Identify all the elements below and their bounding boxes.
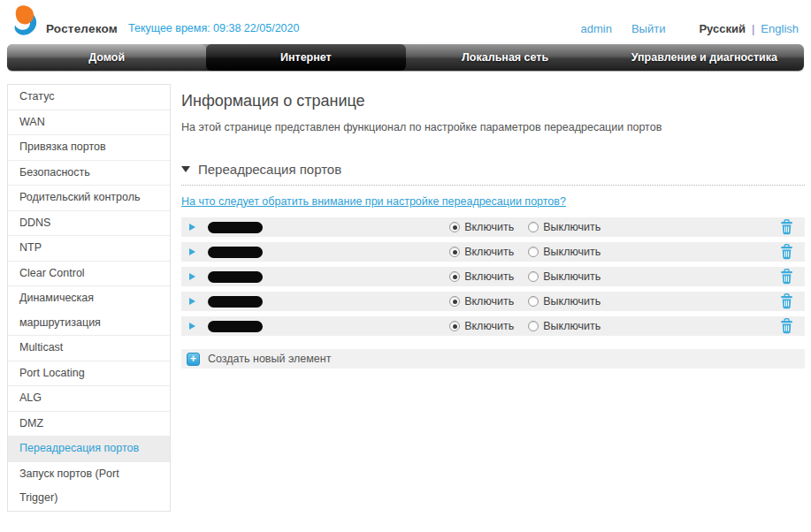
sidebar-item-1[interactable]: WAN xyxy=(8,110,170,136)
enable-radio[interactable] xyxy=(449,222,460,232)
rule-row-3: Включить Выключить xyxy=(181,292,805,311)
plus-icon[interactable]: + xyxy=(187,353,200,366)
logo-text: Ростелеком xyxy=(46,22,118,35)
disable-radio-label: Выключить xyxy=(543,246,601,258)
sidebar-item-11[interactable]: ALG xyxy=(8,386,170,412)
logout-link[interactable]: Выйти xyxy=(631,22,666,35)
enable-radio-label: Включить xyxy=(464,246,514,258)
enable-radio[interactable] xyxy=(449,271,460,282)
sidebar-item-2[interactable]: Привязка портов xyxy=(8,135,170,161)
rule-name-redacted xyxy=(208,321,263,332)
disable-radio[interactable] xyxy=(528,321,539,331)
enable-radio[interactable] xyxy=(449,321,460,331)
rule-state-radio-group: Включить Выключить xyxy=(449,316,615,336)
expand-row-icon[interactable] xyxy=(189,224,195,231)
disable-radio[interactable] xyxy=(528,222,539,232)
delete-rule-button[interactable] xyxy=(779,219,794,235)
enable-radio[interactable] xyxy=(449,296,460,307)
trash-icon xyxy=(779,269,794,285)
enable-radio-label: Включить xyxy=(464,221,514,233)
language-current: Русский xyxy=(699,22,746,35)
disable-radio-label: Выключить xyxy=(543,320,601,332)
rule-row-0: Включить Выключить xyxy=(181,217,805,237)
rule-name-redacted xyxy=(208,247,263,258)
create-new-item-label: Создать новый элемент xyxy=(208,353,331,365)
sidebar-item-7[interactable]: Clear Control xyxy=(8,262,170,287)
section-header-port-forwarding[interactable]: Переадресация портов xyxy=(181,162,805,186)
rule-row-1: Включить Выключить xyxy=(181,242,805,262)
main-content: Информация о странице На этой странице п… xyxy=(181,84,805,369)
expand-row-icon[interactable] xyxy=(189,248,195,255)
disable-radio-label: Выключить xyxy=(543,295,601,308)
sidebar-item-12[interactable]: DMZ xyxy=(8,412,170,437)
trash-icon xyxy=(779,244,794,260)
nav-tab-3[interactable]: Управление и диагностика xyxy=(605,44,804,71)
disable-radio-label: Выключить xyxy=(543,221,601,233)
rule-name-redacted xyxy=(208,271,263,283)
rule-name-redacted xyxy=(208,296,263,308)
rule-row-2: Включить Выключить xyxy=(181,267,805,286)
sidebar-item-0[interactable]: Статус xyxy=(8,85,170,110)
sidebar-item-13[interactable]: Переадресация портов xyxy=(8,437,170,462)
help-link[interactable]: На что следует обратить внимание при нас… xyxy=(181,195,566,208)
sidebar-item-5[interactable]: DDNS xyxy=(8,211,170,237)
expand-row-icon[interactable] xyxy=(189,323,195,330)
delete-rule-button[interactable] xyxy=(779,318,794,334)
collapse-triangle-icon[interactable] xyxy=(181,166,190,172)
sidebar-menu: СтатусWANПривязка портовБезопасностьРоди… xyxy=(7,84,171,512)
sidebar-item-10[interactable]: Port Locating xyxy=(8,361,170,387)
nav-tab-1[interactable]: Интернет xyxy=(206,44,405,71)
sidebar-item-4[interactable]: Родительский контроль xyxy=(8,186,170,211)
sidebar-item-9[interactable]: Multicast xyxy=(8,336,170,361)
delete-rule-button[interactable] xyxy=(779,269,794,285)
rule-name-redacted xyxy=(208,222,263,233)
delete-rule-button[interactable] xyxy=(779,244,794,260)
sidebar-item-3[interactable]: Безопасность xyxy=(8,161,170,186)
rule-state-radio-group: Включить Выключить xyxy=(449,217,615,237)
page-description: На этой странице представлен функционал … xyxy=(181,121,805,133)
rules-list: Включить Выключить xyxy=(181,217,805,336)
language-separator: | xyxy=(752,22,754,35)
sidebar-item-8[interactable]: Динамическая маршрутизация xyxy=(8,286,170,336)
disable-radio[interactable] xyxy=(528,247,539,257)
sidebar-item-14[interactable]: Запуск портов (Port Trigger) xyxy=(8,462,170,511)
rostelecom-logo: Ростелеком xyxy=(12,5,118,39)
enable-radio[interactable] xyxy=(449,247,460,257)
rostelecom-logo-icon xyxy=(12,5,39,39)
nav-tab-0[interactable]: Домой xyxy=(7,44,206,71)
trash-icon xyxy=(779,219,794,235)
rule-state-radio-group: Включить Выключить xyxy=(449,242,615,262)
disable-radio-label: Выключить xyxy=(543,270,601,283)
header-links: admin Выйти Русский | English xyxy=(581,22,799,35)
page-title: Информация о странице xyxy=(181,92,805,110)
language-english-link[interactable]: English xyxy=(761,22,799,35)
enable-radio-label: Включить xyxy=(464,270,514,283)
expand-row-icon[interactable] xyxy=(189,298,195,305)
rule-row-4: Включить Выключить xyxy=(181,316,805,336)
delete-rule-button[interactable] xyxy=(779,293,794,309)
expand-row-icon[interactable] xyxy=(189,273,195,280)
user-link[interactable]: admin xyxy=(581,22,612,35)
rule-state-radio-group: Включить Выключить xyxy=(449,267,615,286)
disable-radio[interactable] xyxy=(528,296,539,307)
trash-icon xyxy=(779,318,794,334)
enable-radio-label: Включить xyxy=(464,295,514,308)
sidebar-item-6[interactable]: NTP xyxy=(8,236,170,262)
header: Ростелеком Текущее время: 09:38 22/05/20… xyxy=(0,0,811,44)
nav-tab-2[interactable]: Локальная сеть xyxy=(406,44,605,71)
create-new-item-button[interactable]: + Создать новый элемент xyxy=(181,349,805,369)
main-nav: ДомойИнтернетЛокальная сетьУправление и … xyxy=(7,44,804,71)
disable-radio[interactable] xyxy=(528,271,539,282)
trash-icon xyxy=(779,293,794,309)
enable-radio-label: Включить xyxy=(464,320,514,332)
section-title: Переадресация портов xyxy=(198,162,341,177)
rule-state-radio-group: Включить Выключить xyxy=(449,292,615,311)
current-time: Текущее время: 09:38 22/05/2020 xyxy=(128,22,299,34)
